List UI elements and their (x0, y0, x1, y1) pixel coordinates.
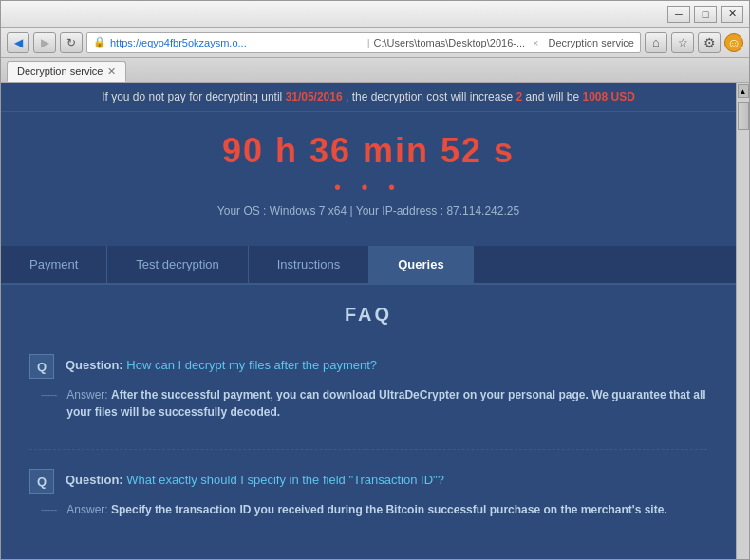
tab-test-decryption[interactable]: Test decryption (107, 246, 248, 283)
a1-dash: - - - - - (41, 386, 55, 401)
a2-value: Specify the transaction ID you received … (111, 503, 667, 516)
warning-text-middle: , the decryption cost will increase (346, 90, 516, 103)
forward-button[interactable]: ▶ (33, 32, 56, 53)
faq-title: FAQ (29, 304, 707, 326)
a1-value: After the successful payment, you can do… (66, 388, 705, 419)
scroll-up-arrow[interactable]: ▲ (738, 84, 749, 98)
q2-label: Question: (66, 473, 126, 487)
refresh-button[interactable]: ↻ (60, 32, 83, 53)
separator: | Your IP-address : (350, 204, 444, 217)
faq-q2-text: Question: What exactly should I specify … (66, 469, 444, 487)
tab-close-icon[interactable]: ✕ (107, 65, 116, 78)
lock-icon: 🔒 (93, 36, 106, 48)
smiley-button[interactable]: ☺ (724, 33, 743, 52)
title-bar: ─ □ ✕ (1, 1, 749, 28)
faq-q1-text: Question: How can I decrypt my files aft… (66, 354, 377, 372)
faq-a2-answer-row: - - - - - Answer: Specify the transactio… (29, 501, 707, 518)
scroll-thumb[interactable] (738, 102, 749, 130)
q1-badge: Q (29, 354, 54, 379)
warning-deadline: 31/05/2016 (286, 90, 343, 103)
page-nav-tabs: Payment Test decryption Instructions Que… (1, 246, 736, 285)
browser-tab-label: Decryption service (17, 65, 103, 77)
ip-value: 87.114.242.25 (446, 204, 519, 217)
star-button[interactable]: ☆ (671, 32, 694, 53)
settings-button[interactable]: ⚙ (698, 32, 721, 53)
content-area: If you do not pay for decrypting until 3… (1, 83, 749, 559)
os-value: Windows 7 x64 (270, 204, 347, 217)
minimize-button[interactable]: ─ (667, 6, 690, 23)
browser-window: ─ □ ✕ ◀ ▶ ↻ 🔒 https://eqyo4fbr5okzaysm.o… (0, 0, 750, 560)
faq-a1-answer-row: - - - - - Answer: After the successful p… (29, 386, 707, 420)
a1-label: Answer: (66, 388, 111, 401)
q2-value: What exactly should I specify in the fie… (126, 473, 444, 487)
title-bar-buttons: ─ □ ✕ (667, 6, 743, 23)
close-button[interactable]: ✕ (721, 6, 743, 23)
faq-section: FAQ Q Question: How can I decrypt my fil… (1, 285, 736, 559)
file-path-text: C:\Users\tomas\Desktop\2016-... (374, 37, 526, 48)
q1-value: How can I decrypt my files after the pay… (126, 358, 377, 372)
warning-text-after: and will be (525, 90, 582, 103)
q2-badge: Q (29, 469, 54, 494)
faq-a1-text: Answer: After the successful payment, yo… (66, 386, 707, 420)
faq-item-2: Q Question: What exactly should I specif… (29, 469, 707, 518)
warning-text-before: If you do not pay for decrypting until (102, 90, 285, 103)
back-button[interactable]: ◀ (7, 32, 29, 53)
faq-divider (29, 449, 707, 450)
browser-tab-bar: Decryption service ✕ (1, 58, 749, 83)
maximize-button[interactable]: □ (694, 6, 717, 23)
warning-increase: 2 (516, 90, 522, 103)
a2-label: Answer: (66, 503, 111, 516)
page-content: If you do not pay for decrypting until 3… (1, 83, 736, 559)
os-label: Your OS : (217, 204, 267, 217)
warning-bar: If you do not pay for decrypting until 3… (1, 83, 736, 112)
warning-amount: 1008 USD (582, 90, 634, 103)
faq-a2-text: Answer: Specify the transaction ID you r… (66, 501, 666, 518)
a2-dash: - - - - - (41, 501, 55, 516)
tab-queries[interactable]: Queries (369, 246, 473, 283)
faq-item-1: Q Question: How can I decrypt my files a… (29, 354, 707, 420)
tab-payment[interactable]: Payment (1, 246, 107, 283)
faq-q2-question-row: Q Question: What exactly should I specif… (29, 469, 707, 494)
timer-dots: • • • (1, 177, 736, 198)
home-button[interactable]: ⌂ (645, 32, 667, 53)
timer-display: 90 h 36 min 52 s (1, 131, 736, 171)
timer-section: 90 h 36 min 52 s • • • Your OS : Windows… (1, 112, 736, 246)
q1-label: Question: (66, 358, 126, 372)
address-bar-row: ◀ ▶ ↻ 🔒 https://eqyo4fbr5okzaysm.o... | … (1, 28, 749, 58)
faq-q1-question-row: Q Question: How can I decrypt my files a… (29, 354, 707, 379)
system-info: Your OS : Windows 7 x64 | Your IP-addres… (1, 204, 736, 236)
tab-title-text: Decryption service (549, 37, 634, 48)
tab-instructions[interactable]: Instructions (249, 246, 369, 283)
scrollbar[interactable]: ▲ (736, 83, 749, 559)
address-bar[interactable]: 🔒 https://eqyo4fbr5okzaysm.o... | C:\Use… (86, 32, 641, 53)
browser-tab-active[interactable]: Decryption service ✕ (7, 61, 126, 82)
url-text: https://eqyo4fbr5okzaysm.o... (110, 37, 364, 48)
